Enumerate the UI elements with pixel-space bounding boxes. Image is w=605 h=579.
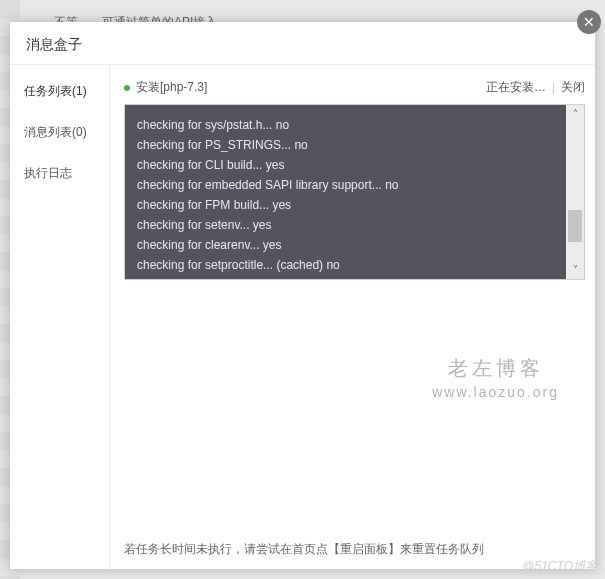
status-dot-icon xyxy=(124,85,130,91)
console-line: checking for setproctitle... (cached) no xyxy=(137,255,554,275)
message-box-modal: ✕ 消息盒子 任务列表(1) 消息列表(0) 执行日志 安装[php-7.3] … xyxy=(10,22,595,569)
watermark: 老左博客 www.laozuo.org xyxy=(432,355,559,400)
sidebar-item-messages[interactable]: 消息列表(0) xyxy=(10,112,109,153)
content-area: 安装[php-7.3] 正在安装… | 关闭 checking for sys/… xyxy=(110,65,595,570)
sidebar-item-tasks[interactable]: 任务列表(1) xyxy=(10,71,109,112)
console-line: checking for CLI build... yes xyxy=(137,155,554,175)
scroll-up-icon[interactable]: ˄ xyxy=(573,109,578,119)
outer-watermark: @51CTO博客 xyxy=(522,558,597,575)
console-line: checking for embedded SAPI library suppo… xyxy=(137,175,554,195)
console-line: checking for sys/pstat.h... no xyxy=(137,115,554,135)
footer-tip: 若任务长时间未执行，请尝试在首页点【重启面板】来重置任务队列 xyxy=(124,541,484,558)
console-line: checking for setenv... yes xyxy=(137,215,554,235)
task-close-link[interactable]: 关闭 xyxy=(561,79,585,96)
scroll-down-icon[interactable]: ˅ xyxy=(573,265,578,275)
console-line: checking for PS_STRINGS... no xyxy=(137,135,554,155)
task-name: 安装[php-7.3] xyxy=(136,79,207,96)
watermark-en: www.laozuo.org xyxy=(432,384,559,400)
console-line: checking for clearenv... yes xyxy=(137,235,554,255)
console-output: checking for sys/pstat.h... no checking … xyxy=(124,104,585,280)
separator: | xyxy=(552,81,555,95)
sidebar: 任务列表(1) 消息列表(0) 执行日志 xyxy=(10,65,110,570)
modal-title: 消息盒子 xyxy=(10,22,595,65)
close-icon[interactable]: ✕ xyxy=(577,10,601,34)
modal-body: 任务列表(1) 消息列表(0) 执行日志 安装[php-7.3] 正在安装… |… xyxy=(10,65,595,570)
scrollbar[interactable]: ˄ ˅ xyxy=(566,105,584,279)
sidebar-item-logs[interactable]: 执行日志 xyxy=(10,153,109,194)
scrollbar-thumb[interactable] xyxy=(568,210,582,242)
watermark-cn: 老左博客 xyxy=(432,355,559,382)
console-text: checking for sys/pstat.h... no checking … xyxy=(125,105,566,279)
console-line: checking for FPM build... yes xyxy=(137,195,554,215)
task-row: 安装[php-7.3] 正在安装… | 关闭 xyxy=(124,79,585,104)
task-status: 正在安装… xyxy=(486,79,546,96)
